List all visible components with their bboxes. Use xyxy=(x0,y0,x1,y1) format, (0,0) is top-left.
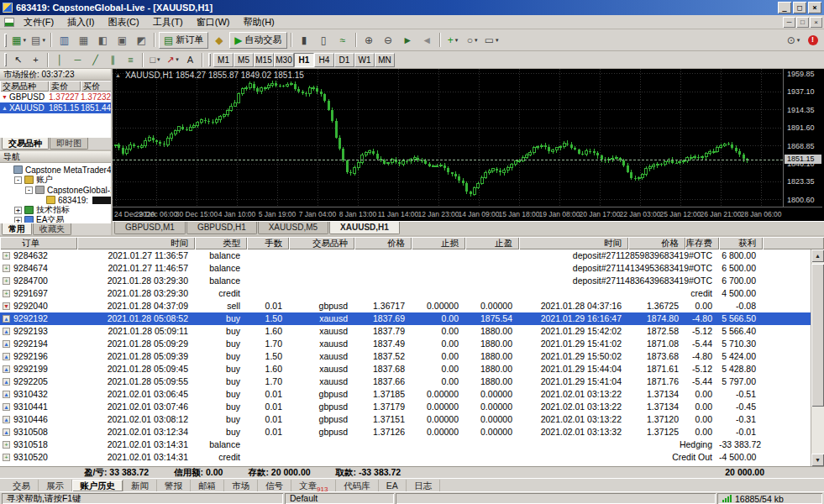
market-watch-row-gbpusd[interactable]: ▼GBPUSD1.372271.37232 xyxy=(0,92,111,102)
chart-tab-xauusd-h1[interactable]: XAUUSD,H1 xyxy=(329,222,400,234)
history-row-9292192[interactable]: ▲92921922021.01.28 05:08:52buy1.50xauusd… xyxy=(0,312,811,325)
menu-item-5[interactable]: 帮助(H) xyxy=(236,16,281,28)
navigator-tab-0[interactable]: 常用 xyxy=(2,223,32,235)
history-row-9310432[interactable]: ▲93104322021.02.01 03:06:45buy0.01gbpusd… xyxy=(0,388,811,401)
text-label-button[interactable]: A xyxy=(182,53,198,67)
scroll-up-icon[interactable]: ▲ xyxy=(811,249,824,262)
trendline-button[interactable]: ╱ xyxy=(87,53,103,67)
market-watch-column-0[interactable]: 交易品种 xyxy=(0,81,49,92)
timeframe-m15-button[interactable]: M15 xyxy=(254,53,274,67)
status-profile[interactable]: Default xyxy=(285,493,394,504)
history-row-9292194[interactable]: ▲92921942021.01.28 05:09:29buy1.70xauusd… xyxy=(0,338,811,350)
crosshair-button[interactable]: + xyxy=(28,53,44,67)
scrollbar-thumb[interactable] xyxy=(811,264,824,407)
terminal-tab-10[interactable]: EA xyxy=(379,480,407,491)
history-row-9310508[interactable]: ▲93105082021.02.01 03:12:34buy0.01gbpusd… xyxy=(0,426,811,438)
toolbar-grip[interactable] xyxy=(4,34,7,47)
history-row-9284632[interactable]: +92846322021.01.27 11:36:57balancedeposi… xyxy=(0,249,811,262)
terminal-tab-2[interactable]: 账户历史 xyxy=(72,480,123,491)
chart-tab-gbpusd-h1[interactable]: GBPUSD,H1 xyxy=(186,222,257,234)
expand-icon[interactable]: + xyxy=(14,217,22,223)
menu-item-2[interactable]: 图表(C) xyxy=(101,16,145,28)
child-minimize-button[interactable]: ─ xyxy=(783,17,795,28)
terminal-tab-3[interactable]: 新闻 xyxy=(123,480,157,491)
history-column-6[interactable]: 止损 xyxy=(412,237,465,249)
horizontal-line-button[interactable]: ─ xyxy=(70,53,86,67)
strategy-tester-button[interactable]: ◩ xyxy=(133,32,150,49)
timeframe-h4-button[interactable]: H4 xyxy=(314,53,334,67)
history-column-0[interactable]: 订单 xyxy=(0,237,77,249)
timeframe-m30-button[interactable]: M30 xyxy=(274,53,294,67)
terminal-tab-1[interactable]: 展示 xyxy=(39,480,72,491)
menu-item-4[interactable]: 窗口(W) xyxy=(190,16,237,28)
scroll-down-icon[interactable]: ▼ xyxy=(811,454,824,466)
arrows-button[interactable]: ↗▾ xyxy=(165,53,181,67)
chart-area[interactable]: ▲ XAUUSD,H1 1854.27 1855.87 1849.02 1851… xyxy=(113,69,824,221)
timeframe-d1-button[interactable]: D1 xyxy=(334,53,354,67)
history-column-5[interactable]: 价格 xyxy=(354,237,412,249)
minimize-button[interactable]: _ xyxy=(778,2,791,13)
history-column-11[interactable]: 获利 xyxy=(719,237,763,249)
history-row-9310520[interactable]: +93105202021.02.01 03:14:31creditCredit … xyxy=(0,451,811,464)
one-click-trading-toggle[interactable]: ▲ xyxy=(115,72,121,78)
timeframe-m5-button[interactable]: M5 xyxy=(234,53,254,67)
expand-icon[interactable]: + xyxy=(14,207,22,214)
history-column-8[interactable]: 时间 xyxy=(519,237,628,249)
community-alert-button[interactable]: ! xyxy=(804,32,821,49)
new-chart-button[interactable]: ▦▾ xyxy=(10,32,28,49)
terminal-scrollbar[interactable]: ▲ ▼ xyxy=(811,249,824,466)
zoom-in-button[interactable]: ⊕ xyxy=(360,32,378,49)
chart-time-axis[interactable]: 24 Dec 202029 Dec 06:0030 Dec 15:004 Jan… xyxy=(113,207,822,221)
history-row-9284674[interactable]: +92846742021.01.27 11:46:57balancedeposi… xyxy=(0,262,811,275)
child-close-button[interactable]: × xyxy=(810,17,822,28)
market-watch-title[interactable]: 市场报价: 03:37:23 xyxy=(0,69,111,81)
timeframe-mn-button[interactable]: MN xyxy=(375,53,395,67)
channel-button[interactable]: ∥ xyxy=(105,53,121,67)
terminal-tab-11[interactable]: 日志 xyxy=(407,480,440,491)
market-watch-column-2[interactable]: 买价 xyxy=(81,81,111,92)
timeframe-m1-button[interactable]: M1 xyxy=(213,53,234,67)
terminal-tab-8[interactable]: 文章913 xyxy=(291,480,336,491)
close-button[interactable]: × xyxy=(808,2,821,13)
tree-item-5[interactable]: +EA交易 xyxy=(0,215,111,223)
indicators-button[interactable]: +▾ xyxy=(444,32,462,49)
history-column-9[interactable]: 价格 xyxy=(628,237,685,249)
history-column-1[interactable]: 时间 xyxy=(77,237,195,249)
history-column-10[interactable]: 库存费 xyxy=(685,237,719,249)
fibonacci-button[interactable]: ≡ xyxy=(123,53,139,67)
menu-item-1[interactable]: 插入(I) xyxy=(60,16,101,28)
scrollbar-track[interactable] xyxy=(811,262,824,454)
terminal-tab-0[interactable]: 交易 xyxy=(5,480,39,491)
history-column-3[interactable]: 手数 xyxy=(247,237,289,249)
templates-button[interactable]: ▭▾ xyxy=(483,32,501,49)
collapse-icon[interactable]: - xyxy=(14,176,22,184)
history-row-9291697[interactable]: +92916972021.01.28 03:29:30creditcredit4… xyxy=(0,287,811,300)
history-row-9310446[interactable]: ▲93104462021.02.01 03:08:12buy0.01gbpusd… xyxy=(0,413,811,426)
chart-tab-gbpusd-m1[interactable]: GBPUSD,M1 xyxy=(114,222,186,234)
terminal-toggle-button[interactable]: ▣ xyxy=(113,32,131,49)
autotrading-button[interactable]: ▶自动交易 xyxy=(229,32,286,49)
terminal-tab-9[interactable]: 代码库 xyxy=(336,480,379,491)
toolbar-grip[interactable] xyxy=(4,53,7,66)
market-watch-column-1[interactable]: 卖价 xyxy=(49,81,81,92)
tree-item-0[interactable]: Capstone MetaTrader4 xyxy=(0,165,111,175)
search-button[interactable]: ⊙▾ xyxy=(785,32,802,49)
terminal-tab-7[interactable]: 信号 xyxy=(258,480,291,491)
history-row-9292199[interactable]: ▲92921992021.01.28 05:09:45buy1.60xauusd… xyxy=(0,363,811,375)
chart-tab-xauusd-m5[interactable]: XAUUSD,M5 xyxy=(258,222,328,234)
menu-item-3[interactable]: 工具(T) xyxy=(146,16,190,28)
navigator-toggle-button[interactable]: ◧ xyxy=(94,32,112,49)
history-row-9310441[interactable]: ▲93104412021.02.01 03:07:46buy0.01gbpusd… xyxy=(0,401,811,413)
timeframe-h1-button[interactable]: H1 xyxy=(294,53,314,67)
history-row-9310518[interactable]: +93105182021.02.01 03:14:31balanceHedgin… xyxy=(0,438,811,451)
navigator-title[interactable]: 导航 xyxy=(0,151,111,163)
vertical-line-button[interactable]: │ xyxy=(52,53,68,67)
auto-scroll-button[interactable]: ► xyxy=(399,32,417,49)
child-restore-button[interactable]: □ xyxy=(796,17,809,28)
chart-shift-button[interactable]: ◄ xyxy=(418,32,436,49)
navigator-tab-1[interactable]: 收藏夹 xyxy=(33,223,71,235)
chart-bars-button[interactable]: ▮ xyxy=(296,32,313,49)
market-watch-tab-0[interactable]: 交易品种 xyxy=(2,138,49,150)
profiles-button[interactable]: ▤▾ xyxy=(29,32,47,49)
terminal-tab-6[interactable]: 市场 xyxy=(224,480,258,491)
